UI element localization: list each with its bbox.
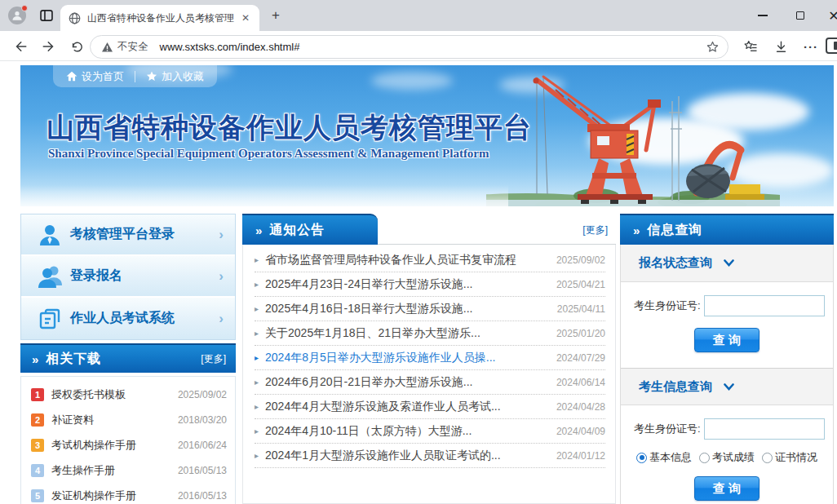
radio-icon [699,453,710,463]
site-banner: 设为首页 加入收藏 山西省特种设备作业人员考核管理平台 Shanxi Provi… [20,65,834,206]
query-button[interactable]: 查 询 [694,328,760,352]
webpage: 设为首页 加入收藏 山西省特种设备作业人员考核管理平台 Shanxi Provi… [0,61,837,504]
url-text[interactable]: www.sxtsks.com/index.shtml# [160,41,706,53]
notices-panel: » 通知公告 [更多] ▸ 省市场监督管理局特种设备作业人员证书复审流程 202… [242,214,616,504]
download-item[interactable]: 2 补证资料 2018/03/20 [21,407,235,432]
downloads-icon[interactable] [771,37,790,56]
notices-list: ▸ 省市场监督管理局特种设备作业人员证书复审流程 2025/09/02 ▸ 20… [242,245,616,504]
notice-item[interactable]: ▸ 2025年4月16日-18日举行大型游乐设施... 2025/04/11 [255,297,605,321]
minimize-button[interactable] [751,0,775,31]
menu-item-login-register[interactable]: 登录报名 › [21,256,235,298]
set-homepage-link[interactable]: 设为首页 [66,69,124,84]
downloads-header: » 相关下载 [更多] [20,343,236,373]
radio-icon [636,453,647,463]
menu-item-exam-system[interactable]: 作业人员考试系统 › [21,298,235,339]
bullet-icon: ▸ [255,451,259,460]
profile-avatar[interactable] [8,7,26,24]
id-number-input[interactable] [704,295,825,316]
notice-item[interactable]: ▸ 2025年4月23日-24日举行大型游乐设施... 2025/04/21 [255,272,605,297]
query-button[interactable]: 查 询 [694,476,760,501]
downloads-more-link[interactable]: [更多] [201,352,226,366]
double-arrow-icon: » [255,223,262,237]
star-icon [146,71,157,82]
back-button[interactable] [10,37,31,56]
add-favorite-link[interactable]: 加入收藏 [146,69,204,84]
browser-tab[interactable]: 山西省特种设备作业人员考核管理 ✕ [60,5,259,31]
address-bar[interactable]: 不安全 www.sxtsks.com/index.shtml# [90,35,728,59]
radio-basic-info[interactable]: 基本信息 [636,450,692,465]
notice-item[interactable]: ▸ 2024年1月大型游乐设施作业人员取证考试的... 2024/01/12 [255,444,605,468]
exam-documents-icon [38,307,70,331]
notice-item[interactable]: ▸ 省市场监督管理局特种设备作业人员证书复审流程 2025/09/02 [255,248,605,272]
notice-item[interactable]: ▸ 关于2025年1月18日、21日举办大型游乐... 2025/01/20 [255,321,605,346]
chevron-right-icon: › [219,227,224,243]
bullet-icon: ▸ [255,427,259,435]
bullet-icon: ▸ [255,353,259,362]
maximize-button[interactable] [788,0,813,31]
query-type-radios: 基本信息 考试成绩 证书情况 [621,450,833,465]
user-icon [11,10,23,21]
rank-badge: 4 [31,464,44,477]
collections-icon[interactable] [741,37,760,56]
banner-haze [20,185,508,206]
new-tab-button[interactable]: + [269,10,282,23]
accordion-candidate-info[interactable]: 考生信息查询 [621,368,833,405]
download-item[interactable]: 1 授权委托书模板 2025/09/02 [21,382,235,407]
query-panel-header: » 信息查询 [620,214,834,245]
bullet-icon: ▸ [255,329,259,338]
radio-certificate-status[interactable]: 证书情况 [762,450,817,465]
site-subtitle: Shanxi Province Special Equipment Operat… [48,147,489,161]
rank-badge: 2 [31,413,44,427]
chevron-down-icon [724,259,734,267]
accordion-registration-status[interactable]: 报名状态查询 [621,245,833,282]
tab-title: 山西省特种设备作业人员考核管理 [87,11,238,25]
user-badge-icon [38,223,70,247]
notices-tab: » 通知公告 [242,214,378,245]
chevron-down-icon [724,383,734,391]
tab-close-icon[interactable]: ✕ [238,11,253,25]
site-title: 山西省特种设备作业人员考核管理平台 [46,109,532,147]
not-secure-warning-icon [102,42,113,52]
rank-badge: 3 [31,439,44,452]
bullet-icon: ▸ [255,255,259,264]
notice-item[interactable]: ▸ 2024年6月20日-21日举办大型游乐设施... 2024/06/14 [255,370,605,395]
download-item[interactable]: 3 考试机构操作手册 2016/06/24 [21,432,235,458]
notice-item[interactable]: ▸ 2024年4月10-11日（太原方特）大型游... 2024/04/09 [255,419,605,444]
home-icon [66,71,78,82]
users-icon [38,264,70,289]
registration-status-form: 考生身份证号: 查 询 [621,295,833,352]
banner-quick-links: 设为首页 加入收藏 [53,65,217,87]
id-number-label: 考生身份证号: [634,422,701,436]
id-number-input[interactable] [704,418,825,440]
close-button[interactable]: ✕ [824,0,837,31]
tab-actions-icon[interactable] [39,8,54,26]
login-menu: 考核管理平台登录 › 登录报名 › 作业人员考试系统 [20,214,236,340]
rank-badge: 1 [31,388,44,401]
radio-icon [762,453,773,463]
refresh-button[interactable] [66,37,87,56]
download-item[interactable]: 4 考生操作手册 2016/05/13 [21,458,235,483]
query-panel: 报名状态查询 考生身份证号: 查 询 考生信息查询 [620,245,834,504]
bullet-icon: ▸ [255,378,259,387]
download-item[interactable]: 5 发证机构操作手册 2016/05/13 [21,483,235,504]
rank-badge: 5 [31,489,44,502]
downloads-list: 1 授权委托书模板 2025/09/02 2 补证资料 2018/03/20 3… [20,376,236,504]
favorite-star-icon[interactable] [706,40,720,54]
candidate-info-form: 考生身份证号: 基本信息 考试成绩 [621,418,833,501]
browser-titlebar: 山西省特种设备作业人员考核管理 ✕ + ✕ [0,0,837,31]
forward-button[interactable] [38,37,60,56]
bullet-icon: ▸ [255,280,259,289]
security-label[interactable]: 不安全 [117,40,148,54]
sidebar-panel-icon[interactable] [826,38,837,54]
browser-window: 山西省特种设备作业人员考核管理 ✕ + ✕ 不安全 www.sxtsks.com… [0,0,837,504]
notices-more-link[interactable]: [更多] [582,223,616,244]
notice-item[interactable]: ▸ 2024年4月大型游乐设施及索道作业人员考试... 2024/04/28 [255,395,605,419]
radio-exam-score[interactable]: 考试成绩 [699,450,755,465]
notices-header: » 通知公告 [更多] [242,214,616,245]
globe-favicon-icon [69,12,81,24]
id-number-label: 考生身份证号: [634,298,701,313]
menu-item-platform-login[interactable]: 考核管理平台登录 › [21,214,235,256]
chevron-right-icon: › [219,311,224,327]
notice-item[interactable]: ▸ 2024年8月5日举办大型游乐设施作业人员操... 2024/07/29 [255,346,605,370]
more-menu-icon[interactable]: ··· [801,37,821,56]
